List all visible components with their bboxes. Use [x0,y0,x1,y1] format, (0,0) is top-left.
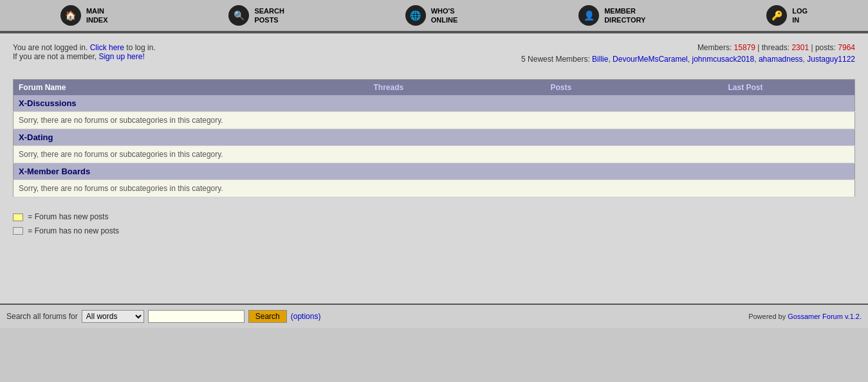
forum-table: Forum Name Threads Posts Last Post X-Dis… [13,79,855,197]
nav-member-directory[interactable]: 👤 MEMBER DIRECTORY [578,5,645,26]
whos-online-icon: 🌐 [405,5,426,26]
newest-member-3[interactable]: johnmcusack2018 [692,55,754,64]
nav-log-in-label: LOG IN [792,6,808,25]
stats-area: Members: 15879 | threads: 2301 | posts: … [521,43,855,71]
posts-count: 7964 [838,43,855,52]
empty-row-xmember: Sorry, there are no forums or subcategor… [14,180,855,197]
members-count: 15879 [734,43,755,52]
empty-msg-xdiscussions: Sorry, there are no forums or subcategor… [14,112,855,129]
nav-whos-online-label: WHO'S ONLINE [431,6,458,25]
col-lastpost: Last Post [636,80,855,96]
posts-label: posts: [815,43,836,52]
search-button[interactable]: Search [248,310,287,323]
search-dropdown[interactable]: All words Any words Exact phrase [82,310,144,323]
nav-search-posts[interactable]: 🔍 SEARCH POSTS [228,5,284,26]
category-row-xmember: X-Member Boards [14,163,855,180]
empty-row-xdiscussions: Sorry, there are no forums or subcategor… [14,112,855,129]
newest-members: 5 Newest Members: Billie, DevourMeMsCara… [521,55,855,64]
no-posts-icon [13,227,23,235]
empty-msg-xdating: Sorry, there are no forums or subcategor… [14,146,855,163]
search-bar: Search all forums for All words Any word… [0,304,868,328]
empty-row-xdating: Sorry, there are no forums or subcategor… [14,146,855,163]
category-row-xdating: X-Dating [14,129,855,146]
legend-no-posts-label: = Forum has no new posts [28,226,119,235]
stats-bar: Members: 15879 | threads: 2301 | posts: … [521,43,855,52]
threads-label: threads: [762,43,790,52]
nav-main-index-label: MAIN INDEX [86,6,108,25]
search-posts-icon: 🔍 [228,5,249,26]
category-xdating-link[interactable]: X-Dating [19,132,53,142]
nav-main-index[interactable]: 🏠 MAIN INDEX [60,5,108,26]
threads-count: 2301 [791,43,809,52]
newest-members-label: 5 Newest Members: [521,55,590,64]
search-input[interactable] [148,310,245,323]
nav-member-directory-label: MEMBER DIRECTORY [604,6,645,25]
top-navigation: 🏠 MAIN INDEX 🔍 SEARCH POSTS 🌐 WHO'S ONLI… [0,0,868,32]
category-xdiscussions-link[interactable]: X-Discussions [19,98,77,108]
login-notice-line2: If you are not a member, Sign up here! [13,52,156,61]
legend: = Forum has new posts = Forum has no new… [13,210,855,238]
new-posts-icon [13,214,23,221]
nav-log-in[interactable]: 🔑 LOG IN [766,5,808,26]
main-index-icon: 🏠 [60,5,81,26]
main-content: You are not logged in. Click here to log… [0,33,868,304]
newest-member-4[interactable]: ahamadness [759,55,803,64]
gossamer-forum-link[interactable]: Gossamer Forum v.1.2. [788,313,862,320]
nav-search-posts-label: SEARCH POSTS [254,6,284,25]
newest-member-2[interactable]: DevourMeMsCaramel [613,55,688,64]
legend-no-posts: = Forum has no new posts [13,224,855,239]
search-left: Search all forums for All words Any word… [6,310,320,323]
log-in-icon: 🔑 [766,5,787,26]
category-xmember-link[interactable]: X-Member Boards [19,167,90,176]
category-xmember: X-Member Boards [14,163,855,180]
col-posts: Posts [486,80,636,96]
search-label: Search all forums for [6,312,78,321]
member-directory-icon: 👤 [578,5,599,26]
login-notice: You are not logged in. Click here to log… [13,43,156,61]
legend-new-posts: = Forum has new posts [13,210,855,224]
category-row-xdiscussions: X-Discussions [14,95,855,112]
search-right: Powered by Gossamer Forum v.1.2. [748,313,862,320]
newest-member-1[interactable]: Billie [592,55,608,64]
powered-by-text: Powered by [748,313,788,320]
search-options-link[interactable]: (options) [291,312,321,321]
empty-msg-xmember: Sorry, there are no forums or subcategor… [14,180,855,197]
col-forum-name: Forum Name [14,80,291,96]
newest-member-5[interactable]: Justaguy1122 [807,55,855,64]
login-link[interactable]: Click here [90,43,124,52]
legend-new-posts-label: = Forum has new posts [28,212,108,221]
nav-whos-online[interactable]: 🌐 WHO'S ONLINE [405,5,458,26]
signup-link[interactable]: Sign up here! [98,52,144,61]
members-label: Members: [697,43,732,52]
col-threads: Threads [291,80,486,96]
category-xdating: X-Dating [14,129,855,146]
category-xdiscussions: X-Discussions [14,95,855,112]
login-notice-line1: You are not logged in. Click here to log… [13,43,156,52]
